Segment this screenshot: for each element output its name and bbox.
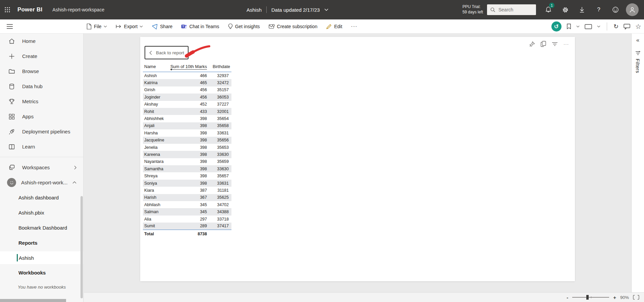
settings-button[interactable] bbox=[557, 0, 574, 19]
table-row[interactable]: Joginder45636053 bbox=[143, 94, 231, 101]
share-button[interactable]: Share bbox=[152, 24, 172, 29]
chevron-down-icon[interactable] bbox=[324, 8, 328, 11]
table-row[interactable]: Samantha39833630 bbox=[143, 165, 231, 172]
toolbar-divider bbox=[607, 22, 607, 31]
database-icon bbox=[8, 83, 15, 90]
zoom-out-button[interactable]: - bbox=[567, 295, 568, 300]
sidebar-item-workspaces[interactable]: Workspaces bbox=[0, 160, 83, 175]
table-row[interactable]: Rohit43332001 bbox=[143, 108, 231, 115]
sort-descending-icon[interactable]: ▼ bbox=[170, 68, 172, 71]
sidebar-item-current-workspace[interactable]: Ashish-report-work... bbox=[0, 175, 83, 190]
help-button[interactable]: ? bbox=[590, 0, 607, 19]
download-button[interactable] bbox=[574, 0, 590, 19]
bookmark-icon[interactable] bbox=[567, 23, 571, 29]
filter-icon[interactable] bbox=[552, 42, 558, 46]
breadcrumb-report-name[interactable]: Ashish bbox=[247, 7, 262, 13]
comment-icon[interactable] bbox=[624, 24, 630, 29]
notifications-button[interactable]: 1 bbox=[540, 0, 557, 19]
export-menu-button[interactable]: Export bbox=[116, 24, 143, 29]
workspace-content-pbix[interactable]: Ashish.pbix bbox=[0, 205, 83, 220]
powerbi-logo[interactable]: Power BI bbox=[17, 6, 42, 13]
table-row[interactable]: Kiara38731181 bbox=[143, 187, 231, 194]
toolbar-more-button[interactable]: ··· bbox=[351, 23, 357, 29]
smiley-icon bbox=[612, 6, 619, 13]
chat-in-teams-button[interactable]: T Chat in Teams bbox=[181, 24, 219, 29]
edit-button[interactable]: Edit bbox=[326, 24, 342, 29]
sidebar-horizontal-scrollbar[interactable] bbox=[0, 299, 66, 302]
filter-icon[interactable] bbox=[635, 51, 641, 55]
sidebar-item-create[interactable]: Create bbox=[0, 49, 83, 64]
cell-birthdate: 33718 bbox=[207, 217, 230, 222]
table-row[interactable]: Jenelia39835653 bbox=[143, 144, 231, 151]
sidebar-vertical-scrollbar[interactable] bbox=[80, 196, 83, 298]
data-updated-label[interactable]: Data updated 2/17/23 bbox=[271, 7, 320, 13]
sidebar-item-report-ashish[interactable]: Ashish bbox=[0, 251, 83, 264]
cell-name: Harish bbox=[143, 195, 186, 200]
cell-birthdate: 35653 bbox=[207, 145, 230, 150]
view-mode-icon[interactable] bbox=[585, 24, 592, 29]
column-header-name[interactable]: Name bbox=[144, 64, 156, 69]
table-row[interactable]: Shreya39835657 bbox=[143, 172, 231, 179]
nav-pane-toggle-button[interactable] bbox=[5, 19, 15, 34]
table-row[interactable]: Abhilash34534702 bbox=[143, 201, 231, 208]
table-row[interactable]: Katrina46532472 bbox=[143, 79, 231, 86]
table-row[interactable]: Harsha39833631 bbox=[143, 129, 231, 136]
table-row[interactable]: Alia29733718 bbox=[143, 216, 231, 223]
table-row[interactable]: Kareena39833630 bbox=[143, 151, 231, 158]
sidebar-item-data-hub[interactable]: Data hub bbox=[0, 79, 83, 94]
sidebar-item-home[interactable]: Home bbox=[0, 34, 83, 49]
table-row[interactable]: Ashish46632937 bbox=[143, 72, 231, 79]
section-header-label: Reports bbox=[18, 240, 38, 246]
column-header-birthdate[interactable]: Birthdate bbox=[213, 64, 230, 69]
copy-icon[interactable] bbox=[541, 41, 546, 47]
table-row[interactable]: Salman34534388 bbox=[143, 208, 231, 215]
pin-icon[interactable] bbox=[529, 41, 535, 47]
sidebar-item-deployment-pipelines[interactable]: Deployment pipelines bbox=[0, 124, 83, 139]
sidebar-item-label: Ashish-report-work... bbox=[21, 180, 67, 185]
sidebar-item-apps[interactable]: Apps bbox=[0, 109, 83, 124]
account-button[interactable] bbox=[624, 0, 641, 19]
table-row[interactable]: Soniya39833631 bbox=[143, 180, 231, 187]
table-row[interactable]: Sumit28937417 bbox=[143, 223, 231, 230]
fit-to-page-icon[interactable] bbox=[633, 295, 639, 300]
sidebar-item-label: Apps bbox=[22, 114, 34, 119]
cell-marks: 289 bbox=[186, 224, 207, 228]
create-subscription-button[interactable]: Create subscription bbox=[269, 24, 318, 29]
zoom-slider-handle[interactable] bbox=[586, 295, 589, 300]
zoom-slider[interactable] bbox=[572, 297, 609, 298]
favorite-star-icon[interactable]: ☆ bbox=[635, 23, 641, 30]
workspace-content-dashboard[interactable]: Ashish dashboard bbox=[0, 190, 83, 205]
workspace-content-bookmark-dashboard[interactable]: Bookmark Dashboard bbox=[0, 220, 83, 235]
table-row[interactable]: Abhishhek39835654 bbox=[143, 115, 231, 122]
table-row[interactable]: Girish45635157 bbox=[143, 86, 231, 94]
table-row[interactable]: Nayantara39835659 bbox=[143, 158, 231, 165]
reset-to-default-button[interactable]: ↺ bbox=[551, 21, 561, 32]
search-input[interactable] bbox=[498, 7, 532, 12]
sidebar-item-metrics[interactable]: Metrics bbox=[0, 94, 83, 109]
column-header-sum-of-10th-marks[interactable]: Sum of 10th Marks bbox=[170, 64, 207, 70]
chevron-down-icon[interactable] bbox=[576, 25, 580, 27]
sidebar-item-learn[interactable]: Learn bbox=[0, 139, 83, 154]
table-row[interactable]: Anjali39835658 bbox=[143, 122, 231, 129]
global-search[interactable] bbox=[487, 4, 536, 15]
workspace-name[interactable]: Ashish-report-workspace bbox=[52, 7, 104, 12]
feedback-button[interactable] bbox=[607, 0, 624, 19]
file-menu-button[interactable]: File bbox=[87, 23, 107, 29]
expand-filters-icon[interactable]: « bbox=[636, 37, 639, 44]
table-row[interactable]: Harish36735625 bbox=[143, 194, 231, 201]
filters-pane-label[interactable]: Filters bbox=[635, 59, 641, 73]
refresh-icon[interactable]: ↻ bbox=[613, 23, 619, 29]
app-launcher-button[interactable] bbox=[1, 0, 14, 19]
table-row[interactable]: Akshay45237227 bbox=[143, 101, 231, 108]
cell-birthdate: 35658 bbox=[207, 123, 230, 128]
cell-name: Shreya bbox=[143, 174, 186, 178]
table-row[interactable]: Jacqueline39835656 bbox=[143, 137, 231, 144]
back-to-report-button[interactable]: Back to report bbox=[145, 46, 189, 59]
visual-more-options-icon[interactable]: ··· bbox=[564, 42, 569, 47]
sidebar-item-browse[interactable]: Browse bbox=[0, 64, 83, 79]
chevron-down-icon bbox=[140, 25, 143, 27]
zoom-in-button[interactable]: + bbox=[613, 295, 616, 300]
get-insights-button[interactable]: Get insights bbox=[228, 23, 260, 29]
search-icon bbox=[490, 7, 495, 12]
chevron-down-icon[interactable] bbox=[597, 25, 600, 27]
